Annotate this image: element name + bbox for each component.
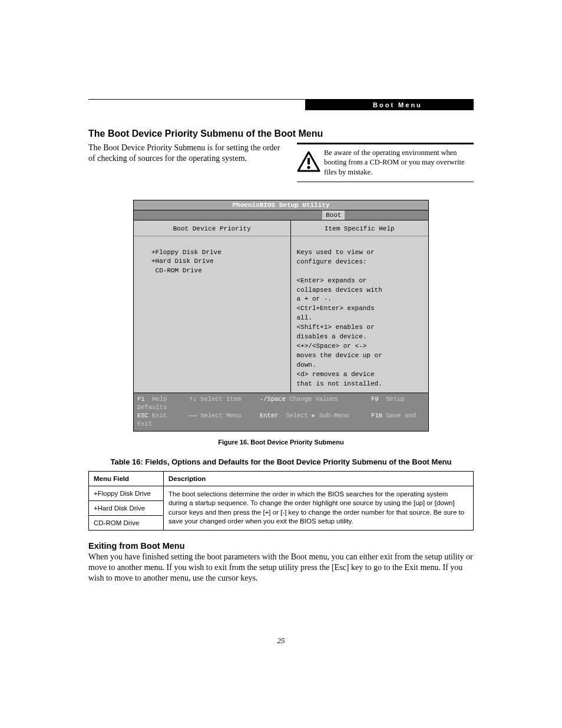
bios-key-esc-label: Exit <box>152 412 167 419</box>
table-cell-menu-field: CD-ROM Drive <box>89 515 164 530</box>
svg-rect-1 <box>308 158 310 164</box>
bios-key-lr: ←→ <box>189 412 197 419</box>
bios-key-esc: ESC <box>137 412 148 419</box>
page-number: 25 <box>0 636 562 645</box>
table-cell-menu-field: +Floppy Disk Drive <box>89 486 164 500</box>
bios-key-f9: F9 <box>371 396 379 403</box>
svg-point-2 <box>307 166 310 169</box>
bios-device-list: +Floppy Disk Drive +Hard Disk Drive CD-R… <box>140 236 285 275</box>
bios-left-title: Boot Device Priority <box>140 224 285 236</box>
warning-text: Be aware of the operating environment wh… <box>320 148 474 177</box>
intro-paragraph: The Boot Device Priority Submenu is for … <box>88 143 283 163</box>
bios-key-f1: F1 <box>137 396 145 403</box>
table-header-row: Menu Field Description <box>89 471 474 486</box>
bios-screenshot: PhoenixBIOS Setup Utility Boot Boot Devi… <box>133 200 429 431</box>
bios-right-title: Item Specific Help <box>297 224 422 236</box>
warning-icon <box>297 151 320 173</box>
section-title: The Boot Device Priority Submenu of the … <box>88 129 474 139</box>
table-row: +Floppy Disk Drive The boot selections d… <box>89 486 474 500</box>
bios-tab-bar: Boot <box>134 210 428 220</box>
bios-title: PhoenixBIOS Setup Utility <box>134 200 428 210</box>
bios-key-f10: F10 <box>371 412 382 419</box>
bios-key-updown-label: Select Item <box>200 396 241 403</box>
bios-key-lr-label: Select Menu <box>200 412 241 419</box>
bios-active-tab: Boot <box>322 210 345 220</box>
bios-key-minus: -/Space <box>260 396 286 403</box>
bios-key-minus-label: Change Values <box>289 396 338 403</box>
exit-title: Exiting from Boot Menu <box>88 541 474 551</box>
table-caption: Table 16: Fields, Options and Defaults f… <box>88 457 474 466</box>
warning-callout: Be aware of the operating environment wh… <box>297 143 474 182</box>
bios-key-enter-label: Select ▶ Sub-Menu <box>286 412 349 419</box>
table-cell-description: The boot selections determine the order … <box>164 486 474 530</box>
bios-footer: F1 Help ↑↓ Select Item -/Space Change Va… <box>134 393 428 431</box>
bios-key-f1-label: Help <box>152 396 167 403</box>
figure-caption: Figure 16. Boot Device Priority Submenu <box>88 439 474 446</box>
table-header-description: Description <box>164 471 474 486</box>
table-cell-menu-field: +Hard Disk Drive <box>89 500 164 515</box>
bios-help-text: Keys used to view or configure devices: … <box>297 236 422 389</box>
fields-table: Menu Field Description +Floppy Disk Driv… <box>88 471 474 531</box>
table-header-menu-field: Menu Field <box>89 471 164 486</box>
bios-key-updown: ↑↓ <box>189 396 197 403</box>
exit-body: When you have finished setting the boot … <box>88 552 474 584</box>
bios-key-enter: Enter <box>260 412 279 419</box>
section-header-bar: Boot Menu <box>305 100 474 110</box>
